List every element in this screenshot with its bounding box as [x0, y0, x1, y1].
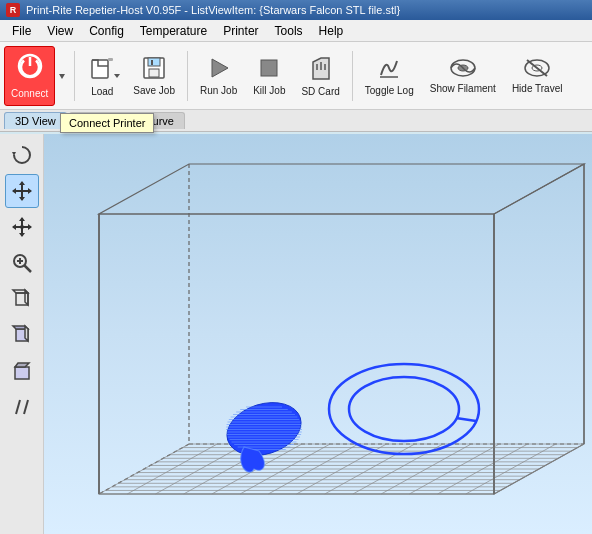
- sd-card-icon: [309, 54, 333, 84]
- run-job-icon: [206, 55, 232, 83]
- svg-rect-3: [92, 60, 108, 78]
- sd-card-button[interactable]: SD Card: [294, 46, 346, 106]
- svg-rect-45: [15, 367, 29, 379]
- wireframe-button[interactable]: [5, 390, 39, 424]
- app-icon: R: [6, 3, 20, 17]
- svg-marker-21: [12, 152, 16, 156]
- left-sidebar: [0, 134, 44, 534]
- menu-file[interactable]: File: [4, 22, 39, 40]
- menu-view[interactable]: View: [39, 22, 81, 40]
- menu-tools[interactable]: Tools: [267, 22, 311, 40]
- hide-travel-button[interactable]: Hide Travel: [505, 46, 570, 106]
- separator-2: [187, 51, 188, 101]
- svg-line-47: [16, 400, 20, 414]
- svg-marker-27: [28, 188, 32, 194]
- cube-top-button[interactable]: [5, 354, 39, 388]
- hide-travel-icon: [523, 57, 551, 81]
- show-filament-icon: [449, 57, 477, 81]
- svg-rect-9: [151, 60, 153, 65]
- sd-card-label: SD Card: [301, 86, 339, 97]
- svg-marker-10: [212, 59, 228, 77]
- svg-marker-24: [19, 181, 25, 185]
- save-job-button[interactable]: Save Job: [126, 46, 182, 106]
- connect-label: Connect: [11, 88, 48, 99]
- svg-marker-33: [28, 224, 32, 230]
- separator-1: [74, 51, 75, 101]
- svg-marker-31: [19, 233, 25, 237]
- svg-line-48: [24, 400, 28, 414]
- connect-printer-tooltip: Connect Printer: [60, 113, 154, 133]
- kill-job-label: Kill Job: [253, 85, 285, 96]
- menu-help[interactable]: Help: [311, 22, 352, 40]
- load-button[interactable]: Load: [80, 46, 124, 106]
- zoom-button[interactable]: [5, 246, 39, 280]
- kill-job-button[interactable]: Kill Job: [246, 46, 292, 106]
- svg-rect-8: [149, 69, 159, 77]
- refresh-button[interactable]: [5, 138, 39, 172]
- svg-line-19: [527, 60, 547, 76]
- tab-3d-view[interactable]: 3D View: [4, 112, 67, 129]
- connect-dropdown[interactable]: [55, 46, 69, 106]
- titlebar: R Print-Rite Repetier-Host V0.95F - List…: [0, 0, 592, 20]
- separator-3: [352, 51, 353, 101]
- svg-marker-25: [19, 197, 25, 201]
- svg-marker-5: [114, 74, 120, 78]
- hide-travel-label: Hide Travel: [512, 83, 563, 94]
- svg-rect-11: [261, 60, 277, 76]
- connect-button[interactable]: Connect: [4, 46, 55, 106]
- svg-marker-2: [59, 74, 65, 79]
- svg-line-36: [24, 266, 31, 273]
- cube-front-button[interactable]: [5, 282, 39, 316]
- menubar: File View Config Temperature Printer Too…: [0, 20, 592, 42]
- svg-point-34: [20, 225, 24, 229]
- svg-marker-30: [19, 217, 25, 221]
- save-job-icon: [141, 55, 167, 83]
- toggle-log-icon: [376, 55, 402, 83]
- 3d-canvas: [44, 134, 592, 534]
- toggle-log-button[interactable]: Toggle Log: [358, 46, 421, 106]
- kill-job-icon: [256, 55, 282, 83]
- svg-marker-44: [25, 326, 28, 341]
- menu-config[interactable]: Config: [81, 22, 132, 40]
- move-button[interactable]: [5, 174, 39, 208]
- run-job-button[interactable]: Run Job: [193, 46, 244, 106]
- svg-marker-32: [12, 224, 16, 230]
- title-text: Print-Rite Repetier-Host V0.95F - ListVi…: [26, 4, 400, 16]
- menu-temperature[interactable]: Temperature: [132, 22, 215, 40]
- toolbar: Connect Load Save: [0, 42, 592, 110]
- show-filament-button[interactable]: Show Filament: [423, 46, 503, 106]
- cube-left-button[interactable]: [5, 318, 39, 352]
- save-job-label: Save Job: [133, 85, 175, 96]
- toggle-log-label: Toggle Log: [365, 85, 414, 96]
- svg-rect-7: [148, 58, 160, 66]
- load-label: Load: [91, 86, 113, 97]
- show-filament-label: Show Filament: [430, 83, 496, 94]
- svg-marker-26: [12, 188, 16, 194]
- 3d-view[interactable]: [44, 134, 592, 534]
- load-dropdown[interactable]: [111, 47, 123, 105]
- menu-printer[interactable]: Printer: [215, 22, 266, 40]
- connect-icon: [16, 52, 44, 86]
- svg-marker-41: [25, 290, 28, 305]
- rotate-pan-button[interactable]: [5, 210, 39, 244]
- run-job-label: Run Job: [200, 85, 237, 96]
